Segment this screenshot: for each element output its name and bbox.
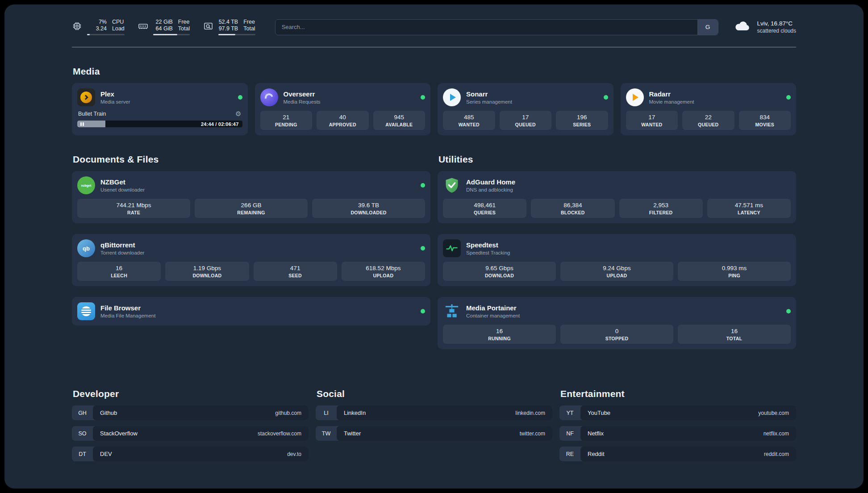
stat-block: 47.571 ms LATENCY (707, 199, 791, 218)
bookmark-reddit[interactable]: RE Reddit reddit.com (559, 447, 796, 461)
search-engine-button[interactable]: G (697, 20, 718, 35)
bookmark-abbr: TW (316, 426, 337, 441)
service-card-adguard[interactable]: AdGuard Home DNS and adblocking 498,461 … (438, 171, 796, 223)
documents-column: Documents & Files nzbget NZBGet Usenet d… (72, 135, 430, 336)
section-heading-developer: Developer (73, 389, 309, 399)
sonarr-icon (443, 88, 461, 106)
bookmark-abbr: YT (559, 405, 580, 420)
bookmark-url: linkedin.com (515, 410, 545, 416)
ram-widget: 22 GiB Free 64 GiB Total (138, 19, 190, 35)
adguard-shield-icon (443, 176, 461, 194)
bookmark-url: reddit.com (764, 451, 789, 457)
status-dot (421, 183, 425, 188)
service-subtitle: Speedtest Tracking (466, 250, 510, 255)
stat-block: 196 SERIES (556, 111, 608, 130)
bookmark-youtube[interactable]: YT YouTube youtube.com (559, 405, 796, 420)
stat-block: 40 APPROVED (317, 111, 369, 130)
stat-block: 9.24 Gbps UPLOAD (560, 262, 673, 281)
section-heading-social: Social (317, 389, 552, 399)
cpu-load-label: Load (112, 25, 125, 32)
bookmark-name: LinkedIn (344, 409, 366, 416)
bookmark-url: netflix.com (764, 430, 789, 437)
section-heading-media: Media (73, 66, 796, 77)
disk-total-label: Total (243, 25, 255, 32)
service-card-radarr[interactable]: Radarr Movie management 17 WANTED 22 QUE… (621, 83, 797, 135)
service-title: AdGuard Home (466, 178, 515, 186)
service-card-nzbget[interactable]: nzbget NZBGet Usenet downloader 744.21 M… (72, 171, 430, 223)
playback-progress-bar[interactable]: 24:44 / 02:06:47 (77, 121, 242, 127)
settings-gear-icon[interactable]: ⚙ (235, 110, 241, 117)
bookmark-name: Github (100, 409, 117, 416)
service-card-sonarr[interactable]: Sonarr Series management 485 WANTED 17 Q… (438, 83, 613, 135)
service-card-plex[interactable]: Plex Media server Bullet Train ⚙ 24:44 /… (72, 83, 248, 135)
speedtest-icon (443, 239, 461, 257)
stat-block: 16 RUNNING (443, 325, 556, 344)
status-dot (786, 95, 791, 100)
stat-block: 945 AVAILABLE (373, 111, 426, 130)
ram-total-value: 64 GiB (153, 25, 173, 32)
service-subtitle: Usenet downloader (100, 187, 145, 192)
weather-widget[interactable]: Lviv, 16.87°C scattered clouds (734, 20, 796, 34)
ram-usage-bar (153, 34, 190, 35)
stat-block: 9.65 Gbps DOWNLOAD (443, 262, 556, 281)
service-subtitle: Media server (100, 99, 130, 104)
now-playing-title: Bullet Train (78, 111, 106, 117)
section-heading-utilities: Utilities (438, 154, 796, 165)
ram-icon (138, 19, 148, 33)
status-dot (421, 95, 425, 100)
disk-free-value: 52.4 TB (218, 19, 238, 25)
service-subtitle: Torrent downloader (100, 250, 144, 255)
service-card-portainer[interactable]: Media Portainer Container management 16 … (438, 297, 796, 349)
stat-block: 22 QUEUED (682, 111, 734, 130)
plex-icon (77, 88, 95, 106)
stat-block: 471 SEED (254, 262, 337, 281)
stat-block: 16 LEECH (77, 262, 161, 281)
pause-icon[interactable] (80, 122, 84, 126)
stat-block: 485 WANTED (443, 111, 495, 130)
service-title: Speedtest (466, 241, 510, 249)
bookmark-name: DEV (100, 451, 112, 457)
cpu-label: CPU (112, 19, 125, 25)
bookmark-abbr: SO (72, 426, 93, 441)
bookmark-abbr: NF (559, 426, 580, 441)
bookmark-abbr: LI (316, 405, 337, 420)
stat-block: 39.6 TB DOWNLOADED (312, 199, 425, 218)
stat-block: 618.52 Mbps UPLOAD (342, 262, 425, 281)
stat-block: 86,384 BLOCKED (531, 199, 614, 218)
bookmark-twitter[interactable]: TW Twitter twitter.com (316, 426, 552, 441)
search-bar[interactable]: G (275, 19, 718, 35)
bookmark-netflix[interactable]: NF Netflix netflix.com (559, 426, 796, 441)
cpu-widget: 7% CPU 3.24 Load (72, 19, 125, 35)
stat-block: 21 PENDING (260, 111, 313, 130)
bookmark-abbr: DT (72, 447, 93, 461)
service-title: Media Portainer (466, 304, 520, 312)
service-card-qbittorrent[interactable]: qb qBittorrent Torrent downloader 16 LEE… (72, 234, 430, 286)
service-subtitle: Container management (466, 313, 520, 318)
service-subtitle: Media Requests (284, 99, 321, 104)
bookmark-name: Twitter (344, 430, 361, 437)
service-card-overseerr[interactable]: Overseerr Media Requests 21 PENDING 40 A… (255, 83, 431, 135)
cpu-percent: 7% (87, 19, 107, 25)
service-card-speedtest[interactable]: Speedtest Speedtest Tracking 9.65 Gbps D… (438, 234, 796, 286)
bookmark-stackoverflow[interactable]: SO StackOverflow stackoverflow.com (72, 426, 309, 441)
bookmark-github[interactable]: GH Github github.com (72, 405, 309, 420)
bookmark-url: dev.to (287, 451, 301, 457)
qbittorrent-icon: qb (77, 239, 95, 257)
service-card-filebrowser[interactable]: File Browser Media File Management (72, 297, 430, 326)
stat-block: 1.19 Gbps DOWNLOAD (165, 262, 249, 281)
bookmark-linkedin[interactable]: LI LinkedIn linkedin.com (316, 405, 552, 420)
weather-location-temp: Lviv, 16.87°C (757, 20, 796, 27)
bookmark-dev[interactable]: DT DEV dev.to (72, 447, 309, 461)
bookmarks-entertainment: Entertainment YT YouTube youtube.com NF … (559, 389, 796, 467)
bookmark-name: Reddit (588, 451, 605, 457)
cloud-icon (734, 20, 751, 34)
stat-block: 834 MOVIES (739, 111, 791, 130)
search-input[interactable] (275, 20, 697, 35)
filebrowser-icon (77, 302, 95, 320)
stat-block: 2,953 FILTERED (619, 199, 703, 218)
status-dot (786, 309, 791, 313)
nzbget-icon: nzbget (77, 176, 95, 194)
playback-time: 24:44 / 02:06:47 (201, 121, 239, 127)
service-title: NZBGet (100, 178, 145, 186)
stat-block: 498,461 QUERIES (443, 199, 526, 218)
